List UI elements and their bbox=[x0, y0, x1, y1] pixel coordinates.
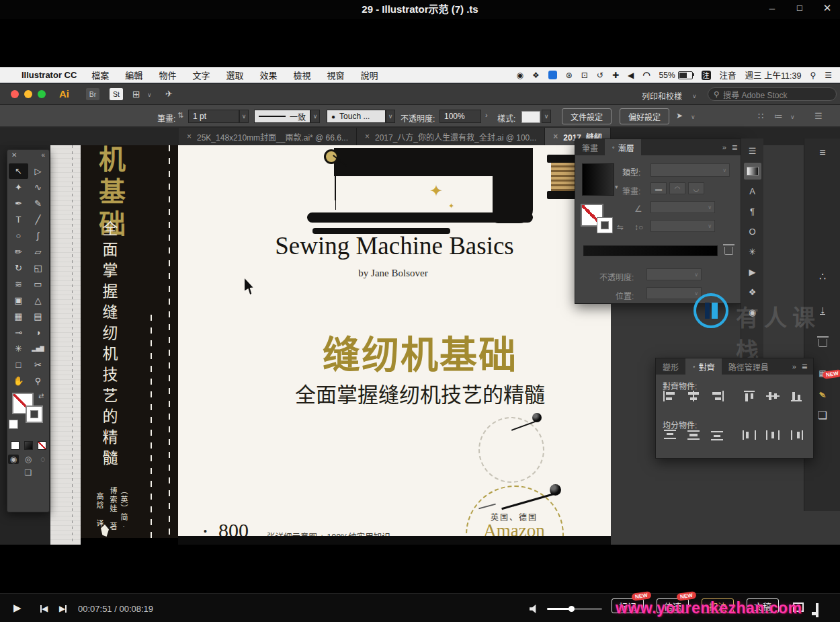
menubar-item[interactable]: 檢視 bbox=[293, 69, 310, 81]
workspace-switcher[interactable]: 列印和校樣 bbox=[642, 90, 682, 102]
book-cover-artwork[interactable]: ✦ ✦ Sewing Machine Basics by Jane Bolsov… bbox=[178, 145, 611, 538]
appearance-panel-icon[interactable]: ✳ bbox=[744, 243, 761, 260]
stroke-weight-chevron-icon[interactable]: ∨ bbox=[239, 110, 249, 123]
zoom-window-light[interactable] bbox=[38, 90, 46, 98]
preferences-button[interactable]: 偏好設定 bbox=[620, 108, 669, 124]
paintbrush-tool[interactable]: ∫ bbox=[28, 228, 48, 243]
gpu-performance-icon[interactable]: ✈ bbox=[165, 89, 173, 99]
accessibility-icon[interactable]: ✚ bbox=[612, 71, 619, 80]
volume-slider[interactable] bbox=[547, 608, 602, 610]
document-tab[interactable]: ×2017_八方_你的人生還有救_全封.ai @ 100... bbox=[357, 128, 545, 145]
menubar-item[interactable]: 物件 bbox=[159, 69, 176, 81]
symbol-sprayer-tool[interactable]: ✳ bbox=[9, 341, 28, 356]
stroke-panel-icon[interactable]: ☰ bbox=[744, 143, 761, 159]
width-profile-field[interactable]: 一致 bbox=[254, 110, 310, 123]
character-panel-icon[interactable]: A bbox=[744, 183, 761, 200]
input-method-label[interactable]: 注音 bbox=[720, 69, 737, 81]
close-button[interactable]: ✕ bbox=[820, 2, 835, 14]
pen-tool[interactable]: ✒ bbox=[9, 196, 28, 211]
grid-options-icon[interactable]: ∷ bbox=[758, 111, 763, 121]
tab-close-icon[interactable]: × bbox=[553, 132, 558, 141]
zoom-tool[interactable]: ⚲ bbox=[28, 373, 48, 389]
shape-builder-tool[interactable]: ▣ bbox=[9, 293, 28, 308]
menubar-item[interactable]: 效果 bbox=[259, 69, 277, 81]
brush-chevron-icon[interactable]: ∨ bbox=[386, 110, 395, 123]
stock-button[interactable]: St bbox=[110, 88, 123, 100]
blend-tool[interactable]: ◑ bbox=[28, 325, 48, 340]
distribute-left-icon[interactable] bbox=[742, 430, 757, 440]
graphic-styles-panel-icon[interactable]: ❖ bbox=[744, 284, 761, 301]
curvature-tool[interactable]: ✎ bbox=[28, 196, 48, 211]
next-button[interactable]: ▶ bbox=[59, 604, 67, 613]
tab-gradient-panel[interactable]: ∘漸層 bbox=[605, 139, 641, 155]
tab-close-icon[interactable]: × bbox=[187, 132, 192, 141]
bridge-button[interactable]: Br bbox=[86, 88, 99, 100]
snap-options-icon[interactable]: ➤ bbox=[676, 111, 683, 120]
free-transform-tool[interactable]: ▭ bbox=[28, 276, 48, 292]
notification-center-icon[interactable]: ☰ bbox=[825, 71, 832, 80]
align-right-icon[interactable] bbox=[710, 391, 724, 401]
maximize-button[interactable]: □ bbox=[792, 3, 807, 13]
panel-expand-icon[interactable]: » bbox=[722, 143, 726, 151]
stop-location-field[interactable]: ∨ bbox=[646, 287, 702, 299]
creative-cloud-icon[interactable]: ⊛ bbox=[566, 71, 573, 80]
stroke-weight-field[interactable]: 1 pt bbox=[188, 110, 239, 123]
distribute-right-icon[interactable] bbox=[789, 430, 804, 440]
gradient-type-dropdown[interactable]: ∨ bbox=[650, 163, 730, 177]
gradient-swatch[interactable] bbox=[582, 163, 614, 196]
column-graph-tool[interactable]: ▂▅▇ bbox=[28, 341, 48, 356]
width-tool[interactable]: ≋ bbox=[9, 276, 28, 292]
stroke-within-icon[interactable]: ▬ bbox=[650, 182, 667, 194]
gradient-panel-icon[interactable] bbox=[744, 163, 761, 180]
direct-selection-tool[interactable]: ▷ bbox=[28, 163, 48, 179]
menubar-item[interactable]: 文字 bbox=[192, 69, 210, 81]
app-menu-title[interactable]: Illustrator CC bbox=[22, 70, 77, 80]
menubar-clock[interactable]: 週三 上午11:39 bbox=[745, 69, 802, 81]
color-button[interactable] bbox=[11, 441, 19, 450]
perspective-grid-tool[interactable]: △ bbox=[28, 293, 48, 308]
draw-inside-icon[interactable]: ◌ bbox=[38, 455, 48, 464]
options-chevron-icon[interactable]: ∨ bbox=[790, 114, 795, 120]
minimize-button[interactable]: – bbox=[765, 2, 780, 13]
play-button[interactable]: ▶ bbox=[13, 602, 22, 614]
distribute-hcenter-icon[interactable] bbox=[765, 430, 780, 440]
tab-stroke-panel[interactable]: 筆畫 bbox=[575, 139, 605, 155]
control-menu-icon[interactable]: ☰ bbox=[814, 111, 823, 121]
document-tab[interactable]: ×25K_148x210mm封面__兩款.ai* @ 66.6... bbox=[179, 128, 357, 145]
gradient-button[interactable] bbox=[24, 441, 33, 450]
adobe-stock-search[interactable]: ⚲ 搜尋 Adobe Stock bbox=[708, 87, 837, 101]
style-chevron-icon[interactable]: ∨ bbox=[542, 110, 551, 123]
selection-tool[interactable]: ↖ bbox=[9, 163, 28, 179]
stroke-along-icon[interactable]: ◠ bbox=[669, 182, 685, 194]
distribute-vcenter-icon[interactable] bbox=[686, 430, 701, 440]
screen-mode-icon[interactable]: ❏ bbox=[7, 468, 49, 477]
menubar-item[interactable]: 檔案 bbox=[91, 69, 109, 81]
align-left-icon[interactable] bbox=[663, 391, 677, 401]
eraser-tool[interactable]: ▱ bbox=[28, 244, 48, 260]
volume-icon[interactable]: ◀ bbox=[628, 71, 634, 80]
gradient-tool[interactable]: ▤ bbox=[28, 309, 48, 324]
gradient-swatch-chevron-icon[interactable]: ▾ bbox=[615, 184, 618, 190]
default-fill-stroke-icon[interactable] bbox=[9, 420, 18, 429]
menubar-item[interactable]: 編輯 bbox=[125, 69, 142, 81]
gradient-angle-field[interactable]: ∨ bbox=[650, 201, 715, 213]
panel-stroke-proxy[interactable] bbox=[597, 217, 613, 233]
panel-expand-icon[interactable]: » bbox=[792, 362, 796, 371]
style-swatch[interactable] bbox=[521, 111, 540, 123]
mesh-tool[interactable]: ▦ bbox=[9, 309, 28, 324]
gradient-slider[interactable] bbox=[583, 245, 718, 256]
draw-normal-icon[interactable]: ◉ bbox=[8, 455, 19, 464]
line-segment-tool[interactable]: ╱ bbox=[28, 212, 48, 227]
artboard-tool[interactable]: □ bbox=[9, 357, 28, 373]
time-machine-icon[interactable]: ↺ bbox=[597, 71, 603, 80]
close-window-light[interactable] bbox=[11, 90, 19, 98]
opacity-field[interactable]: 100% bbox=[439, 110, 481, 123]
snap-options-chevron-icon[interactable]: ∨ bbox=[691, 114, 696, 120]
opacity-more-icon[interactable]: › bbox=[485, 111, 488, 119]
brush-definition-field[interactable]: ● Touch ... bbox=[327, 110, 386, 123]
stroke-swatch[interactable] bbox=[26, 405, 43, 423]
tab-transform-panel[interactable]: 變形 bbox=[656, 358, 685, 375]
eyedropper-tool[interactable]: ⊸ bbox=[9, 325, 28, 340]
dropbox-icon[interactable]: ❖ bbox=[532, 71, 540, 80]
tab-close-icon[interactable]: × bbox=[365, 132, 370, 141]
